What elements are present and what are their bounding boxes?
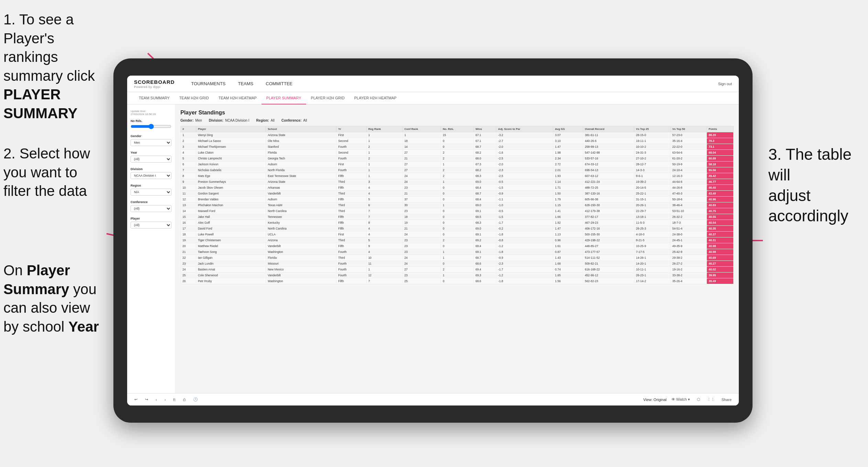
nav-teams[interactable]: TEAMS (232, 76, 260, 92)
table-row[interactable]: 1Wenyi DingArizona StateFirst111567.1-3.… (181, 132, 734, 138)
watch-btn[interactable]: 👁 Watch ▾ (669, 397, 692, 402)
table-cell-24-1: Cole Sherwood (196, 273, 266, 278)
table-cell-23-9: 0.74 (553, 267, 583, 273)
table-row[interactable]: 8Mats EgeEast Tennessee StateFifth124268… (181, 173, 734, 179)
table-row[interactable]: 19Tiger ChristensenArizonaThird523269.2-… (181, 237, 734, 243)
sub-nav-player-h2h-grid[interactable]: PLAYER H2H GRID (306, 92, 349, 104)
table-row[interactable]: 18Luke PowellUCLAFirst424069.1-1.81.1350… (181, 232, 734, 237)
table-cell-16-5: 21 (402, 226, 441, 232)
table-cell-20-5: 23 (402, 249, 441, 255)
table-row[interactable]: 17David FordNorth CarolinaFifth421069.0-… (181, 226, 734, 232)
copy-btn[interactable]: ⎘ (171, 397, 178, 402)
share-btn[interactable]: Share (720, 397, 734, 402)
table-cell-15-6: 0 (441, 220, 474, 226)
table-cell-16-10: 406-172-16 (583, 226, 634, 232)
table-row[interactable]: 9Preston SummerhaysArizona StateThird324… (181, 179, 734, 185)
table-cell-12-8: -1.0 (496, 202, 553, 208)
sub-nav-player-summary[interactable]: PLAYER SUMMARY (261, 92, 306, 104)
table-row[interactable]: 24Bastien AmatNew MexicoFourth127269.4-1… (181, 267, 734, 273)
table-cell-17-6: 0 (441, 232, 474, 237)
table-cell-8-0: 9 (181, 179, 196, 185)
nav-tournaments[interactable]: TOURNAMENTS (185, 76, 232, 92)
table-row[interactable]: 20Matthew RiedelVanderbiltFifth923069.4-… (181, 243, 734, 249)
table-row[interactable]: 12Brendan ValdesAuburnFifth537068.4-1.11… (181, 197, 734, 202)
table-cell-11-11: 31-15-1 (634, 197, 670, 202)
table-cell-11-10: 605-96-38 (583, 197, 634, 202)
col-yr: Yr (336, 126, 366, 132)
table-cell-21-2: Florida (266, 255, 336, 261)
more-btn[interactable]: ⋮⋮ (705, 397, 717, 402)
back-btn[interactable]: ‹ (154, 397, 159, 402)
nav-committee[interactable]: COMMITTEE (259, 76, 299, 92)
table-row[interactable]: 5Christo LamprechtGeorgia TechFourth2212… (181, 156, 734, 162)
col-player: Player (196, 126, 266, 132)
division-select[interactable]: NCAA Division I (131, 172, 171, 179)
table-row[interactable]: 3Michael ThorbjornsenStanfordFourth21406… (181, 144, 734, 150)
table-cell-15-1: Alex Goff (196, 220, 266, 226)
col-conf-rank: Conf Rank (402, 126, 441, 132)
table-cell-0-3: First (336, 132, 366, 138)
table-cell-4-7: 68.0 (474, 156, 496, 162)
table-cell-12-7: 69.0 (474, 202, 496, 208)
table-cell-7-12: 12-16-3 (670, 173, 707, 179)
table-cell-15-13: 40.54 (707, 220, 734, 226)
table-cell-3-0: 4 (181, 150, 196, 156)
table-row[interactable]: 22Ian GilliganFloridaThird1024168.7-0.91… (181, 255, 734, 261)
sign-out-link[interactable]: Sign out (718, 82, 732, 86)
sub-nav-team-h2h-grid[interactable]: TEAM H2H GRID (175, 92, 214, 104)
no-rds-slider[interactable] (131, 124, 171, 129)
col-avg-sg: Avg SG (553, 126, 583, 132)
table-cell-0-1: Wenyi Ding (196, 132, 266, 138)
table-row[interactable]: 26Petr HrubyWashingtonFifth725068.6-1.81… (181, 278, 734, 284)
table-cell-1-11: 19-11-1 (634, 138, 670, 144)
forward-btn[interactable]: › (163, 397, 168, 402)
paste-btn[interactable]: ⎙ (181, 397, 188, 402)
table-cell-24-10: 452-96-12 (583, 273, 634, 278)
sub-nav-team-summary[interactable]: TEAM SUMMARY (134, 92, 175, 104)
table-cell-3-8: -1.6 (496, 150, 553, 156)
table-row[interactable]: 23Jack LundinMissouriFourth1124068.6-2.3… (181, 261, 734, 267)
table-cell-20-10: 473-177-57 (583, 249, 634, 255)
year-select[interactable]: (All) (131, 156, 171, 163)
player-select[interactable]: (All) (131, 222, 171, 229)
undo-btn[interactable]: ↩ (132, 397, 140, 402)
table-cell-8-8: -0.5 (496, 179, 553, 185)
table-cell-13-13: 40.75 (707, 208, 734, 214)
gender-select[interactable]: Men (131, 139, 171, 146)
table-row[interactable]: 15Jake HallTennesseeFifth718068.5-1.51.6… (181, 214, 734, 220)
present-btn[interactable]: ⬡ (695, 397, 702, 402)
table-row[interactable]: 25Cole SherwoodVanderbiltFourth1223169.3… (181, 273, 734, 278)
conference-select[interactable]: (All) (131, 205, 171, 212)
table-row[interactable]: 4Luke ClatonFloridaSecond127268.2-1.61.9… (181, 150, 734, 156)
table-cell-7-6: 2 (441, 173, 474, 179)
table-row[interactable]: 14Maxwell FordNorth CarolinaThird723069.… (181, 208, 734, 214)
sub-nav-player-h2h-heatmap[interactable]: PLAYER H2H HEATMAP (349, 92, 401, 104)
sub-nav-team-h2h-heatmap[interactable]: TEAM H2H HEATMAP (214, 92, 261, 104)
table-header-row: # Player School Yr Reg Rank Conf Rank No… (181, 126, 734, 132)
table-row[interactable]: 13Phichaksn MaichonTexas A&MThird630169.… (181, 202, 734, 208)
table-cell-0-8: -3.2 (496, 132, 553, 138)
table-row[interactable]: 6Jackson KoivunAuburnFirst127167.3-2.02.… (181, 162, 734, 167)
table-cell-12-4: 6 (366, 202, 402, 208)
table-row[interactable]: 10Jacob Skov OlesenArkansasFifth423068.4… (181, 185, 734, 191)
table-row[interactable]: 21Taehoon SongWashingtonFourth423169.1-1… (181, 249, 734, 255)
gender-label: Gender (131, 134, 171, 138)
annotation-step3-right: 3. The table will adjust accordingly (768, 144, 865, 226)
table-cell-14-6: 0 (441, 214, 474, 220)
filter-row: Gender: Men Division: NCAA Division I Re… (180, 119, 734, 122)
redo-btn[interactable]: ↪ (143, 397, 150, 402)
table-row[interactable]: 7Nicholas GabrielisNorth FloridaFourth12… (181, 167, 734, 173)
table-row[interactable]: 11Gordon SargentVanderbiltThird421068.7-… (181, 191, 734, 197)
table-cell-9-7: 68.4 (474, 185, 496, 191)
clock-btn[interactable]: 🕐 (191, 397, 200, 402)
table-cell-0-13: 88.20 (707, 132, 734, 138)
region-select[interactable]: N/A (131, 189, 171, 196)
table-cell-18-7: 69.2 (474, 237, 496, 243)
table-cell-5-13: 58.18 (707, 162, 734, 167)
table-cell-13-2: North Carolina (266, 208, 336, 214)
table-row[interactable]: 2Michael La SassoOle MissSecond118067.1-… (181, 138, 734, 144)
table-cell-6-2: North Florida (266, 167, 336, 173)
table-row[interactable]: 16Alex GoffKentuckyFifth819068.3-1.71.92… (181, 220, 734, 226)
table-cell-9-9: 1.71 (553, 185, 583, 191)
table-cell-22-0: 23 (181, 261, 196, 267)
